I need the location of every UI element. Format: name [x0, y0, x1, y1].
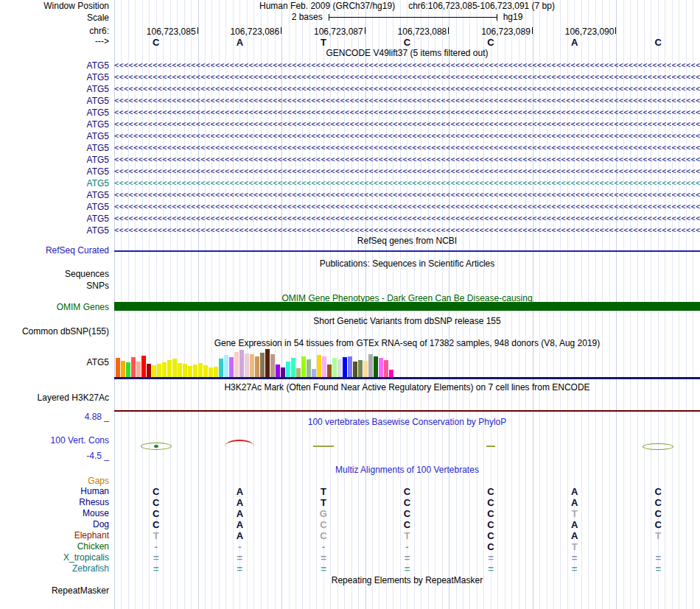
gencode-transcript[interactable]: <<<<<<<<<<<<<<<<<<<<<<<<<<<<<<<<<<<<<<<<…	[114, 60, 700, 71]
conservation-mark[interactable]	[486, 446, 495, 447]
gencode-gene-label[interactable]: ATG5	[0, 179, 111, 189]
gtex-tissue-bar[interactable]	[291, 358, 295, 377]
gtex-tissue-bar[interactable]	[255, 356, 259, 377]
gtex-tissue-bar[interactable]	[332, 358, 337, 377]
gtex-tissue-bar[interactable]	[203, 365, 208, 377]
gencode-gene-label[interactable]: ATG5	[0, 226, 111, 236]
phylop-track-title[interactable]: 100 vertebrates Basewise Conservation by…	[114, 418, 700, 427]
gencode-transcript[interactable]: <<<<<<<<<<<<<<<<<<<<<<<<<<<<<<<<<<<<<<<<…	[114, 130, 700, 142]
species-label-rhesus[interactable]: Rhesus	[0, 498, 111, 507]
gencode-gene-label[interactable]: ATG5	[0, 191, 111, 200]
gencode-gene-label[interactable]: ATG5	[0, 96, 111, 106]
dbsnp-track-title[interactable]: Short Genetic Variants from dbSNP releas…	[114, 317, 700, 326]
gtex-tissue-bar[interactable]	[343, 357, 347, 377]
gtex-tissue-bar[interactable]	[384, 360, 388, 377]
gencode-transcript[interactable]: <<<<<<<<<<<<<<<<<<<<<<<<<<<<<<<<<<<<<<<<…	[114, 213, 700, 225]
conservation-peak[interactable]	[141, 443, 172, 450]
gencode-transcript[interactable]: <<<<<<<<<<<<<<<<<<<<<<<<<<<<<<<<<<<<<<<<…	[114, 177, 700, 189]
dbsnp-track-label[interactable]: Common dbSNP(155)	[0, 327, 111, 337]
species-label-human[interactable]: Human	[0, 487, 111, 496]
gtex-tissue-bar[interactable]	[167, 360, 172, 377]
gtex-tissue-bar[interactable]	[337, 359, 342, 377]
gencode-transcript[interactable]: <<<<<<<<<<<<<<<<<<<<<<<<<<<<<<<<<<<<<<<<…	[114, 107, 700, 119]
gtex-tissue-bar[interactable]	[363, 361, 368, 377]
gencode-transcript[interactable]: <<<<<<<<<<<<<<<<<<<<<<<<<<<<<<<<<<<<<<<<…	[114, 95, 700, 107]
gtex-tissue-bar[interactable]	[214, 367, 218, 377]
gencode-gene-label[interactable]: ATG5	[0, 203, 111, 212]
gtex-tissue-bar[interactable]	[224, 355, 228, 377]
gtex-tissue-bar[interactable]	[260, 353, 265, 377]
gtex-tissue-bar[interactable]	[141, 356, 146, 377]
gtex-tissue-bar[interactable]	[183, 364, 187, 377]
gtex-tissue-bar[interactable]	[322, 356, 326, 377]
h3k27ac-track-label[interactable]: Layered H3K27Ac	[0, 393, 111, 403]
gencode-transcript[interactable]: <<<<<<<<<<<<<<<<<<<<<<<<<<<<<<<<<<<<<<<<…	[114, 189, 700, 201]
gtex-tissue-bar[interactable]	[348, 356, 352, 377]
species-label-dog[interactable]: Dog	[0, 520, 111, 529]
gtex-tissue-bar[interactable]	[152, 365, 156, 377]
gencode-gene-label[interactable]: ATG5	[0, 61, 111, 71]
gtex-tissue-bar[interactable]	[296, 368, 301, 377]
gtex-tissue-bar[interactable]	[136, 362, 141, 377]
species-label-elephant[interactable]: Elephant	[0, 531, 111, 541]
gtex-tissue-bar[interactable]	[358, 360, 363, 377]
gencode-gene-label[interactable]: ATG5	[0, 214, 111, 224]
gencode-gene-label[interactable]: ATG5	[0, 144, 111, 153]
sequences-track-label[interactable]: Sequences	[0, 270, 111, 279]
gtex-tissue-bar[interactable]	[265, 349, 270, 377]
gtex-tissue-bar[interactable]	[245, 353, 249, 377]
gtex-tissue-bar[interactable]	[353, 362, 357, 377]
gtex-tissue-bar[interactable]	[193, 365, 197, 377]
gtex-tissue-bar[interactable]	[219, 359, 223, 377]
refseq-curated-label[interactable]: RefSeq Curated	[0, 246, 111, 256]
refseq-curated-item[interactable]	[114, 250, 700, 252]
h3k27ac-signal-line[interactable]	[114, 410, 700, 412]
conservation-mark[interactable]	[313, 446, 334, 447]
gtex-tissue-bar[interactable]	[121, 361, 125, 377]
refseq-track-title[interactable]: RefSeq genes from NCBI	[114, 236, 700, 246]
gencode-transcript[interactable]: <<<<<<<<<<<<<<<<<<<<<<<<<<<<<<<<<<<<<<<<…	[114, 166, 700, 177]
gencode-gene-label[interactable]: ATG5	[0, 120, 111, 130]
gencode-transcript[interactable]: <<<<<<<<<<<<<<<<<<<<<<<<<<<<<<<<<<<<<<<<…	[114, 225, 700, 236]
gtex-tissue-bar[interactable]	[286, 362, 290, 377]
gtex-tissue-bar[interactable]	[162, 362, 167, 377]
gtex-tissue-bar[interactable]	[307, 359, 311, 377]
gtex-tissue-bar[interactable]	[270, 354, 275, 377]
gtex-tissue-bar[interactable]	[281, 367, 285, 377]
gencode-gene-label[interactable]: ATG5	[0, 167, 111, 177]
gaps-row-label[interactable]: Gaps	[0, 476, 111, 486]
h3k27ac-track-title[interactable]: H3K27Ac Mark (Often Found Near Active Re…	[114, 383, 700, 392]
gtex-gene-label[interactable]: ATG5	[0, 358, 111, 367]
gtex-tissue-bar[interactable]	[276, 365, 280, 377]
conservation-track-label[interactable]: 100 Vert. Cons	[0, 436, 111, 446]
gencode-transcript[interactable]: <<<<<<<<<<<<<<<<<<<<<<<<<<<<<<<<<<<<<<<<…	[114, 71, 700, 83]
snps-track-label[interactable]: SNPs	[0, 281, 111, 291]
conservation-peak[interactable]	[643, 443, 673, 450]
species-label-zebrafish[interactable]: Zebrafish	[0, 564, 111, 574]
gtex-tissue-bar[interactable]	[234, 352, 239, 377]
species-label-x_tropicalis[interactable]: X_tropicalis	[0, 553, 111, 563]
gencode-transcript[interactable]: <<<<<<<<<<<<<<<<<<<<<<<<<<<<<<<<<<<<<<<<…	[114, 83, 700, 95]
gtex-tissue-bar[interactable]	[157, 364, 161, 377]
gencode-gene-label[interactable]: ATG5	[0, 132, 111, 141]
gencode-track-title[interactable]: GENCODE V49lift37 (5 items filtered out)	[114, 49, 700, 58]
gencode-transcript[interactable]: <<<<<<<<<<<<<<<<<<<<<<<<<<<<<<<<<<<<<<<<…	[114, 119, 700, 130]
gtex-tissue-bar[interactable]	[209, 367, 213, 377]
gtex-tissue-bar[interactable]	[178, 363, 182, 377]
gtex-tissue-bar[interactable]	[368, 354, 373, 377]
gtex-tissue-bar[interactable]	[312, 369, 316, 377]
omim-genes-label[interactable]: OMIM Genes	[0, 303, 111, 312]
repeatmasker-track-label[interactable]: RepeatMasker	[0, 586, 111, 596]
gtex-tissue-bar[interactable]	[147, 364, 151, 377]
gtex-tissue-bar[interactable]	[250, 354, 254, 377]
gtex-tissue-bar[interactable]	[301, 356, 306, 377]
gtex-tissue-bar[interactable]	[198, 363, 203, 377]
gtex-track-title[interactable]: Gene Expression in 54 tissues from GTEx …	[114, 339, 700, 348]
gencode-gene-label[interactable]: ATG5	[0, 85, 111, 94]
gencode-gene-label[interactable]: ATG5	[0, 155, 111, 165]
gtex-tissue-bar[interactable]	[327, 365, 332, 377]
gtex-tissue-bar[interactable]	[188, 366, 192, 377]
gtex-tissue-bar[interactable]	[131, 357, 136, 377]
gencode-transcript[interactable]: <<<<<<<<<<<<<<<<<<<<<<<<<<<<<<<<<<<<<<<<…	[114, 201, 700, 213]
repeatmasker-track-title[interactable]: Repeating Elements by RepeatMasker	[114, 576, 700, 585]
